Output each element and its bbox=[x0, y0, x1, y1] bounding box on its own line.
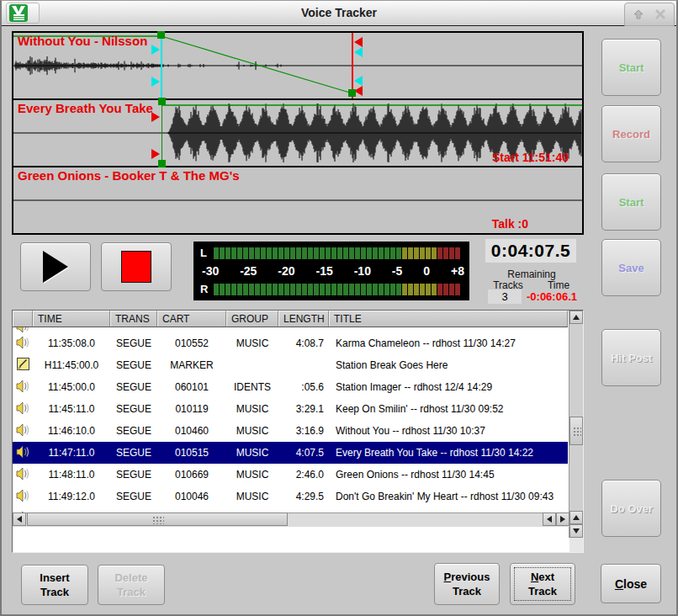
column-header-title[interactable]: TITLE bbox=[329, 311, 568, 327]
meter-segment bbox=[384, 284, 389, 295]
column-header-cart[interactable]: CART bbox=[157, 311, 226, 327]
track-1-cyan-marker-top-icon[interactable] bbox=[151, 45, 160, 55]
track-1-waveform[interactable]: Without You - Nilsson bbox=[13, 33, 582, 100]
shade-window-button[interactable] bbox=[630, 6, 647, 23]
log-table-header: TIMETRANSCARTGROUPLENGTHTITLE bbox=[13, 311, 568, 327]
title-bar[interactable]: Voice Tracker bbox=[2, 1, 676, 26]
meter-segment bbox=[408, 247, 413, 259]
speaker-icon-cell bbox=[13, 401, 33, 417]
meter-segment bbox=[261, 247, 266, 259]
speaker-icon-cell bbox=[13, 327, 33, 332]
speaker-icon-cell bbox=[13, 445, 33, 461]
meter-segment bbox=[414, 247, 419, 259]
cell: :05.6 bbox=[278, 381, 329, 393]
meter-segment bbox=[237, 247, 242, 259]
meter-segment bbox=[308, 247, 313, 259]
meter-segment bbox=[379, 247, 384, 259]
cell: 010119 bbox=[157, 403, 226, 415]
track-1-cyan-marker-lower-icon[interactable] bbox=[354, 76, 363, 86]
cell: 11:46:10.0 bbox=[33, 425, 110, 437]
delete-track-button[interactable]: DeleteTrack bbox=[98, 565, 165, 605]
column-header-trans[interactable]: TRANS bbox=[110, 311, 157, 327]
hit-post-button[interactable]: Hit Post bbox=[601, 329, 661, 386]
scroll-left-button[interactable] bbox=[13, 512, 26, 526]
save-button[interactable]: Save bbox=[601, 239, 661, 296]
speaker-icon bbox=[16, 445, 30, 459]
start-button-track1[interactable]: Start bbox=[601, 39, 661, 96]
table-row[interactable]: 11:48:11.0SEGUE010669MUSIC2:46.0Green On… bbox=[13, 464, 568, 486]
cell: MUSIC bbox=[226, 447, 278, 459]
table-row[interactable]: 11:46:10.0SEGUE010460MUSIC3:16.9Without … bbox=[13, 420, 568, 442]
track-2-waveform[interactable]: Every Breath You Take Start 11:51:40 bbox=[13, 100, 582, 167]
table-row[interactable]: 11:35:08.0SEGUE010552MUSIC4:08.7Karma Ch… bbox=[13, 332, 568, 354]
table-row[interactable]: 11:49:12.0SEGUE010046MUSIC4:29.5Don't Go… bbox=[13, 486, 568, 507]
meter-segment bbox=[284, 247, 289, 259]
previous-track-button[interactable]: PreviousTrack bbox=[434, 563, 500, 605]
meter-segment bbox=[314, 247, 319, 259]
close-button[interactable]: Close bbox=[601, 564, 661, 603]
horizontal-scroll-thumb[interactable] bbox=[27, 512, 288, 526]
meter-segment bbox=[267, 284, 272, 295]
track-2-start-line[interactable] bbox=[162, 100, 162, 166]
track-1-cyan-marker-bottom-icon[interactable] bbox=[151, 77, 160, 87]
meter-segment bbox=[390, 247, 395, 259]
meter-segment bbox=[249, 284, 254, 295]
cell: Station Break Goes Here bbox=[329, 359, 568, 371]
start-button-track2[interactable]: Start bbox=[601, 173, 661, 231]
track-1-playhead-line[interactable] bbox=[161, 33, 162, 98]
meter-segment bbox=[249, 247, 254, 259]
track-1-cyan-marker-upper-icon[interactable] bbox=[354, 47, 363, 57]
meter-segment bbox=[290, 247, 295, 259]
scroll-left-button-2[interactable] bbox=[543, 512, 556, 526]
scroll-up-button-2[interactable] bbox=[569, 511, 583, 524]
scroll-right-button[interactable] bbox=[556, 512, 569, 526]
table-row[interactable]: 11:45:11.0SEGUE010119MUSIC3:29.1Keep On … bbox=[13, 398, 568, 420]
do-over-button[interactable]: Do Over bbox=[601, 480, 661, 537]
arrow-down-icon bbox=[573, 528, 580, 534]
track-2-level-handle-bottom[interactable] bbox=[158, 160, 166, 167]
speaker-icon bbox=[16, 327, 30, 332]
cell: MUSIC bbox=[226, 491, 278, 502]
meter-segment bbox=[396, 284, 401, 295]
table-row[interactable]: 11:45:00.0SEGUE060101IDENTS:05.6Station … bbox=[13, 376, 568, 398]
insert-track-button[interactable]: InsertTrack bbox=[21, 565, 88, 605]
scroll-grip bbox=[573, 427, 581, 436]
track-1-fade-end-handle[interactable] bbox=[348, 89, 356, 97]
track-3-waveform[interactable]: Green Onions - Booker T & The MG's Talk … bbox=[13, 167, 582, 233]
vertical-scroll-thumb[interactable] bbox=[569, 417, 583, 445]
table-row[interactable]: 11:47:11.0SEGUE010515MUSIC4:07.5Every Br… bbox=[13, 442, 568, 464]
column-header-time[interactable]: TIME bbox=[33, 311, 110, 327]
meter-segment bbox=[373, 247, 378, 259]
record-button[interactable]: Record bbox=[601, 105, 661, 162]
meter-segment bbox=[355, 247, 360, 259]
meter-segment bbox=[349, 284, 354, 295]
scroll-down-button[interactable] bbox=[569, 524, 583, 538]
table-row[interactable]: H11:45:00.0SEGUEMARKERStation Break Goes… bbox=[13, 354, 568, 376]
meter-segment bbox=[437, 247, 442, 259]
close-window-button[interactable] bbox=[652, 6, 669, 23]
track-2-title: Every Breath You Take bbox=[18, 101, 153, 115]
close-icon bbox=[655, 9, 665, 19]
meter-segment bbox=[449, 284, 454, 295]
track-2-level-handle-top[interactable] bbox=[158, 98, 166, 105]
column-header-group[interactable]: GROUP bbox=[226, 311, 278, 327]
cell: Green Onions -- rdhost 11/30 14:45 bbox=[329, 469, 568, 481]
meter-scale: -30-25-20-15-10-50+8 bbox=[202, 264, 464, 278]
meter-segment bbox=[278, 284, 283, 295]
scroll-up-button[interactable] bbox=[569, 311, 583, 324]
table-row[interactable] bbox=[13, 327, 568, 332]
stop-button[interactable] bbox=[101, 242, 172, 291]
voice-tracker-window: Voice Tracker Without You - Nilsson bbox=[0, 0, 678, 616]
column-header-length[interactable]: LENGTH bbox=[278, 311, 329, 327]
track-2-red-marker-bottom-icon[interactable] bbox=[151, 149, 160, 159]
next-track-button[interactable]: NextTrack bbox=[510, 563, 575, 605]
meter-segment bbox=[455, 247, 460, 259]
arrow-right-icon bbox=[560, 516, 565, 523]
track-1-red-marker-top-icon[interactable] bbox=[354, 37, 363, 47]
play-button[interactable] bbox=[20, 242, 91, 291]
cell: 4:07.5 bbox=[278, 447, 329, 459]
track-1-fade-start-handle[interactable] bbox=[157, 31, 165, 39]
column-header-icon[interactable] bbox=[13, 311, 33, 327]
meter-segment bbox=[449, 247, 454, 259]
speaker-icon-cell bbox=[13, 336, 33, 352]
